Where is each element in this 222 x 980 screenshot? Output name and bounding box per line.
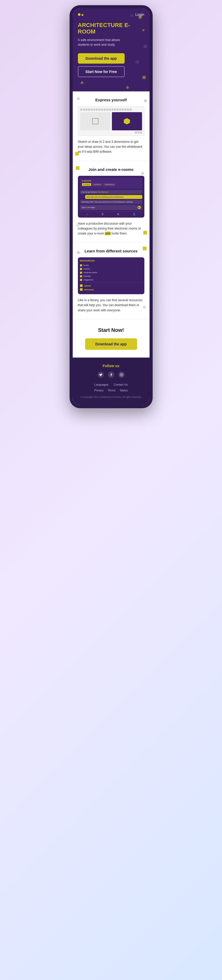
deco-shape <box>76 250 81 254</box>
tool-item <box>135 131 137 134</box>
deco-shape <box>143 76 146 79</box>
terms-link[interactable]: Terms <box>108 389 116 392</box>
erooms-title: Join and create e-rooms <box>78 167 144 172</box>
mockup-footer <box>80 131 142 134</box>
follow-us-label: Follow us <box>78 364 144 368</box>
tool-item <box>96 108 98 111</box>
send-icon[interactable]: ▶ <box>138 206 141 209</box>
deco-shape <box>126 86 129 89</box>
chat-input-placeholder: Type a message... <box>81 207 136 208</box>
logo <box>78 13 83 16</box>
start-free-button[interactable]: Start Now for Free <box>78 66 125 77</box>
deco-shape <box>143 231 147 234</box>
chat-bottom-nav: ⌂ ☰ ⚙ 👤 <box>80 212 142 216</box>
lib-item-upload[interactable]: upload <box>80 284 142 287</box>
tool-item <box>114 108 116 111</box>
hero-section: Login ARCHITECTURE E-ROOM A safe environ… <box>73 8 149 91</box>
chat-tab-erooms: e-rooms <box>82 183 91 186</box>
logo-dot2 <box>81 14 83 16</box>
chat-tabs: e-rooms members notifications <box>82 183 140 186</box>
tool-item <box>137 131 140 134</box>
lib-special-dot <box>80 284 82 287</box>
lib-special-dot <box>80 288 82 291</box>
tool-item <box>109 108 111 111</box>
express-text: Sketch or draw in 2 and 3 dimensions to … <box>78 140 144 154</box>
phone-outer: Login ARCHITECTURE E-ROOM A safe environ… <box>70 5 153 408</box>
2d-cube-icon <box>92 118 98 124</box>
library-text: Like in a library, you can find several … <box>78 298 144 313</box>
tool-item <box>127 108 129 111</box>
chat-header: e-eroom e-rooms members notifications <box>80 178 142 189</box>
tool-item <box>104 108 106 111</box>
lib-dot <box>80 275 82 277</box>
deco-shape <box>143 305 146 309</box>
tool-item <box>106 108 108 111</box>
chat-tab-notifications: notifications <box>103 183 116 186</box>
social-icons <box>78 372 144 378</box>
whiteboard-mockup <box>78 106 144 136</box>
chat-message-right: And when are we meeting by the Architect… <box>85 195 142 199</box>
lib-dot <box>80 279 82 281</box>
express-title: Express yourself <box>78 98 144 102</box>
facebook-icon[interactable] <box>108 372 114 378</box>
logo-dot1 <box>78 13 81 16</box>
chat-app-name: e-eroom <box>82 180 140 182</box>
deco-shape <box>139 16 142 19</box>
hero-nav: Login <box>78 13 144 17</box>
library-section: Learn from different sources resources b… <box>73 243 149 319</box>
tool-item <box>90 108 93 111</box>
deco-shape <box>130 13 134 17</box>
canvas-2d <box>80 112 110 130</box>
lib-dot <box>80 264 82 266</box>
cta-section: Start Now! Download the app <box>73 320 149 358</box>
deco-shape <box>143 247 146 250</box>
tool-item <box>130 108 132 111</box>
library-mockup: resources books movies students works tu… <box>78 257 144 294</box>
svg-rect-0 <box>120 374 123 376</box>
toolbar <box>80 108 142 111</box>
languages-link[interactable]: Languages <box>94 383 108 386</box>
lib-item-movies: movies <box>80 268 142 270</box>
chat-mockup: e-eroom e-rooms members notifications Ca… <box>78 176 144 218</box>
privacy-link[interactable]: Privacy <box>94 389 104 392</box>
lib-item-students: students works <box>80 271 142 274</box>
chat-input[interactable]: Type a message... ▶ <box>80 205 142 210</box>
footer-links-row1: Languages Contact Us <box>78 383 144 386</box>
lib-dot <box>80 272 82 274</box>
tool-item <box>80 108 82 111</box>
tool-item <box>140 131 142 134</box>
tool-item <box>124 108 127 111</box>
tool-item <box>83 108 85 111</box>
deco-shape <box>75 152 79 156</box>
phone-inner: Login ARCHITECTURE E-ROOM A safe environ… <box>73 8 149 405</box>
lib-item-magazines: magazines <box>80 278 142 281</box>
deco-shape <box>76 224 79 227</box>
tool-item <box>101 108 103 111</box>
chat-message: Can we go along to #Architecture <box>80 190 142 194</box>
footer: Follow us <box>73 358 149 405</box>
download-app-button-cta[interactable]: Download the app <box>85 338 137 350</box>
tool-item <box>98 108 100 111</box>
tool-item <box>86 108 87 111</box>
canvas-3d <box>112 112 142 130</box>
svg-point-1 <box>121 374 122 375</box>
deco-shape <box>76 97 80 100</box>
chat-message: Subscribe after: See you tomorrow for th… <box>80 200 142 204</box>
twitter-icon[interactable] <box>98 372 104 378</box>
hero-subtitle: A safe environment that allows students … <box>78 38 125 47</box>
contact-link[interactable]: Contact Us <box>114 383 128 386</box>
lib-dot <box>80 268 82 270</box>
canvas <box>80 112 142 130</box>
3d-cube-icon <box>124 118 130 124</box>
tool-item <box>88 108 90 111</box>
download-app-button-hero[interactable]: Download the app <box>78 53 125 64</box>
status-link[interactable]: Status <box>120 389 128 392</box>
express-section: Express yourself <box>73 91 149 161</box>
lib-item-books: books <box>80 264 142 266</box>
deco-shape <box>81 81 84 84</box>
library-title: Learn from different sources <box>78 249 144 253</box>
deco-shape <box>135 59 140 65</box>
lib-header: resources <box>80 259 142 262</box>
instagram-icon[interactable] <box>118 372 125 378</box>
lib-item-download[interactable]: download <box>80 288 142 291</box>
